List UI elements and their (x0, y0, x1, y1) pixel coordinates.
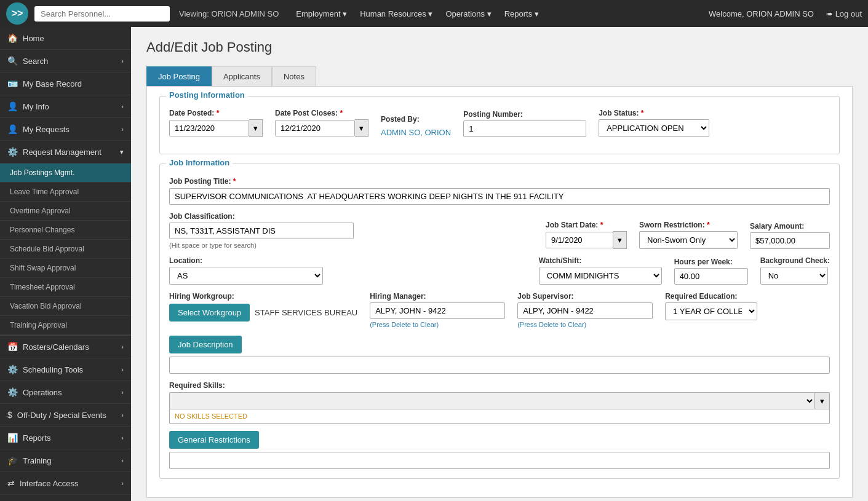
sidebar-item-base-record[interactable]: 🪪 My Base Record (0, 73, 131, 95)
form-panel: Posting Information Date Posted: * ▾ (146, 86, 853, 498)
date-posted-input[interactable] (169, 120, 249, 136)
sidebar-sub-shift-swap-approval[interactable]: Shift Swap Approval (0, 259, 131, 278)
job-supervisor-hint: (Press Delete to Clear) (517, 321, 653, 328)
sidebar-item-my-info[interactable]: 👤 My Info › (0, 95, 131, 118)
job-supervisor-group: Job Supervisor: (Press Delete to Clear) (517, 292, 653, 328)
request-mgmt-icon: ⚙️ (7, 147, 18, 157)
nav-employment[interactable]: Employment ▾ (291, 6, 352, 22)
hiring-workgroup-label: Hiring Workgroup: (169, 292, 357, 301)
sidebar-item-rosters-calendars[interactable]: 📅 Rosters/Calendars › (0, 336, 131, 358)
sidebar-item-search[interactable]: 🔍 Search › (0, 50, 131, 73)
job-info-section: Job Information Job Posting Title: * Job… (159, 164, 840, 479)
sidebar-item-interface-access[interactable]: ⇄ Interface Access › (0, 472, 131, 495)
nav-operations[interactable]: Operations ▾ (440, 6, 496, 22)
scheduling-icon: ⚙️ (7, 365, 18, 374)
hiring-manager-label: Hiring Manager: (370, 292, 505, 301)
job-posting-title-label: Job Posting Title: * (169, 177, 236, 186)
watch-shift-group: Watch/Shift: COMM MIDNIGHTS (539, 256, 662, 285)
salary-amount-input[interactable] (750, 232, 830, 249)
sidebar-sub-personnel-changes[interactable]: Personnel Changes (0, 221, 131, 240)
job-start-date-group: Job Start Date: * ▾ (546, 221, 627, 249)
job-start-date-label: Job Start Date: * (546, 221, 627, 229)
posting-number-label: Posting Number: (463, 110, 586, 119)
hours-per-week-input[interactable] (674, 268, 748, 285)
sidebar-item-request-mgmt[interactable]: ⚙️ Request Management ▾ (0, 141, 131, 164)
my-info-arrow-icon: › (121, 103, 124, 110)
general-restrictions-input[interactable] (169, 452, 830, 469)
interface-arrow-icon: › (121, 479, 124, 487)
location-select[interactable]: AS (169, 267, 323, 285)
job-classification-input[interactable] (169, 223, 354, 239)
form-row-4: Hiring Workgroup: Select Workgroup STAFF… (169, 292, 830, 328)
job-posting-title-input[interactable] (169, 188, 830, 205)
job-supervisor-input[interactable] (517, 302, 653, 319)
sidebar-sub-vacation-bid-approval[interactable]: Vacation Bid Approval (0, 297, 131, 316)
welcome-label: Welcome, ORION ADMIN SO (709, 9, 814, 18)
date-post-closes-calendar-btn[interactable]: ▾ (355, 119, 368, 137)
location-group: Location: AS (169, 256, 527, 285)
scheduling-arrow-icon: › (121, 366, 124, 373)
watch-shift-select[interactable]: COMM MIDNIGHTS (539, 267, 662, 285)
tab-bar: Job Posting Applicants Notes (146, 66, 853, 86)
search-icon: 🔍 (7, 56, 18, 66)
posting-number-input[interactable] (463, 120, 586, 137)
sworn-restriction-select[interactable]: Non-Sworn Only Sworn Only No Restriction (639, 231, 738, 249)
skills-no-selection-label: NO SKILLS SELECTED (169, 409, 830, 424)
nav-human-resources[interactable]: Human Resources ▾ (355, 6, 437, 22)
tab-notes[interactable]: Notes (272, 66, 316, 86)
skills-select[interactable] (169, 392, 815, 409)
tab-applicants[interactable]: Applicants (212, 66, 272, 86)
logo-button[interactable]: >> (6, 2, 28, 25)
sidebar-item-off-duty[interactable]: $ Off-Duty / Special Events › (0, 404, 131, 427)
sidebar-item-home[interactable]: 🏠 Home (0, 27, 131, 50)
my-info-icon: 👤 (7, 101, 18, 111)
posted-by-label: Posted By: (381, 115, 451, 124)
job-description-input[interactable] (169, 357, 830, 374)
nav-reports[interactable]: Reports ▾ (500, 6, 544, 22)
general-restrictions-row: General Restrictions (169, 431, 830, 469)
form-row-3: Location: AS Watch/Shift: COMM MIDNIGHTS (169, 256, 830, 285)
sidebar-sub-leave-time-approval[interactable]: Leave Time Approval (0, 183, 131, 202)
sidebar-item-operations[interactable]: ⚙️ Operations › (0, 381, 131, 404)
logout-button[interactable]: ➠ Log out (826, 9, 862, 18)
background-check-select[interactable]: No Yes (760, 267, 828, 285)
operations-icon: ⚙️ (7, 387, 18, 397)
off-duty-arrow-icon: › (121, 411, 124, 419)
date-posted-calendar-btn[interactable]: ▾ (249, 119, 263, 137)
top-nav: >> Viewing: ORION ADMIN SO Employment ▾ … (0, 0, 868, 27)
job-start-date-calendar-btn[interactable]: ▾ (613, 231, 627, 249)
reports-icon: 📊 (7, 433, 18, 443)
base-record-icon: 🪪 (7, 79, 18, 89)
select-workgroup-button[interactable]: Select Workgroup (169, 304, 250, 322)
page-title: Add/Edit Job Posting (146, 39, 853, 55)
hours-per-week-group: Hours per Week: (674, 258, 748, 285)
sidebar-item-my-requests[interactable]: 👤 My Requests › (0, 118, 131, 141)
job-description-button[interactable]: Job Description (169, 336, 242, 353)
date-post-closes-input[interactable] (275, 120, 355, 136)
hiring-workgroup-group: Hiring Workgroup: Select Workgroup STAFF… (169, 292, 357, 322)
general-restrictions-button[interactable]: General Restrictions (169, 431, 259, 449)
skills-dropdown-btn[interactable]: ▾ (815, 392, 830, 409)
sidebar-sub-overtime-approval[interactable]: Overtime Approval (0, 202, 131, 221)
date-posted-label: Date Posted: * (169, 109, 263, 117)
sidebar-sub-timesheet-approval[interactable]: Timesheet Approval (0, 278, 131, 297)
sidebar-sub-schedule-bid-approval[interactable]: Schedule Bid Approval (0, 240, 131, 259)
date-post-closes-group: Date Post Closes: * ▾ (275, 109, 368, 137)
job-status-select[interactable]: APPLICATION OPEN CLOSED FILLED (599, 119, 709, 137)
sidebar-item-training[interactable]: 🎓 Training › (0, 449, 131, 472)
job-start-date-input[interactable] (546, 232, 613, 248)
sidebar-sub-job-postings-mgmt[interactable]: Job Postings Mgmt. (0, 164, 131, 183)
sidebar-sub-training-approval[interactable]: Training Approval (0, 316, 131, 335)
search-input[interactable] (34, 6, 170, 22)
sidebar-item-reports[interactable]: 📊 Reports › (0, 427, 131, 449)
sidebar-item-administration[interactable]: 🛡 Administration › (0, 495, 131, 501)
hiring-manager-input[interactable] (370, 302, 505, 319)
job-status-label: Job Status: * (599, 109, 709, 117)
viewing-label: Viewing: ORION ADMIN SO (179, 9, 279, 18)
form-row-2: Job Classification: (Hit space or type f… (169, 212, 830, 249)
operations-arrow-icon: › (121, 389, 124, 396)
sidebar-item-scheduling-tools[interactable]: ⚙️ Scheduling Tools › (0, 358, 131, 381)
tab-job-posting[interactable]: Job Posting (146, 66, 212, 86)
required-education-select[interactable]: 1 YEAR OF COLLE (665, 302, 757, 320)
training-icon: 🎓 (7, 456, 18, 465)
